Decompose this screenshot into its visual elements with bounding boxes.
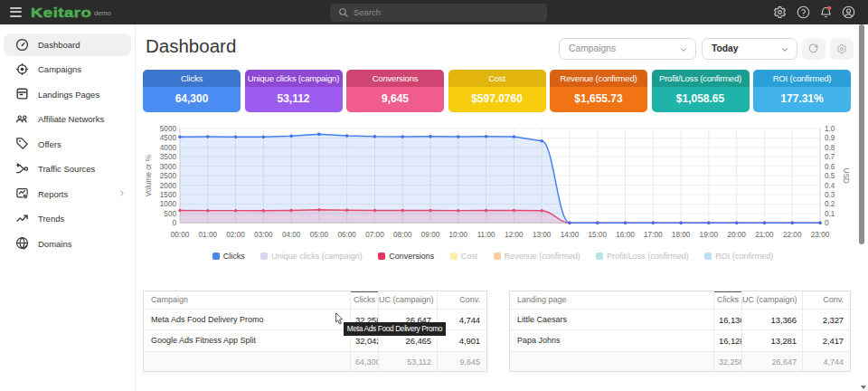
svg-text:01:00: 01:00 [199,231,218,239]
svg-text:10:00: 10:00 [449,231,468,239]
svg-text:0.1: 0.1 [825,210,835,218]
svg-text:2500: 2500 [160,172,177,180]
svg-text:1000: 1000 [160,200,177,208]
svg-text:500: 500 [164,210,176,218]
svg-text:18:00: 18:00 [672,231,691,239]
svg-text:19:00: 19:00 [700,231,719,239]
svg-text:0.4: 0.4 [825,182,835,190]
svg-text:0.7: 0.7 [825,153,835,161]
svg-text:08:00: 08:00 [393,231,412,239]
svg-text:4500: 4500 [160,134,177,142]
svg-text:4000: 4000 [160,144,177,152]
svg-text:0: 0 [825,219,829,227]
svg-text:USD: USD [842,168,850,184]
svg-text:23:00: 23:00 [811,231,830,239]
svg-text:0.9: 0.9 [825,134,835,142]
svg-text:Volume or %: Volume or % [145,155,153,196]
svg-text:1500: 1500 [160,191,177,199]
svg-text:1.0: 1.0 [825,125,835,133]
svg-text:15:00: 15:00 [588,231,607,239]
svg-text:0.3: 0.3 [825,191,835,199]
svg-text:11:00: 11:00 [477,231,495,239]
svg-text:0.2: 0.2 [825,200,835,208]
svg-text:0: 0 [172,219,176,227]
svg-text:04:00: 04:00 [282,231,301,239]
svg-text:17:00: 17:00 [644,231,663,239]
svg-text:5000: 5000 [160,125,177,133]
svg-text:07:00: 07:00 [365,231,384,239]
svg-text:16:00: 16:00 [616,231,635,239]
svg-text:12:00: 12:00 [505,231,524,239]
svg-text:20:00: 20:00 [727,231,746,239]
svg-text:3000: 3000 [160,163,177,171]
svg-text:09:00: 09:00 [421,231,440,239]
svg-text:03:00: 03:00 [254,231,273,239]
svg-text:06:00: 06:00 [337,231,356,239]
svg-text:0.6: 0.6 [825,163,835,171]
svg-text:00:00: 00:00 [171,231,190,239]
svg-text:13:00: 13:00 [533,231,552,239]
svg-text:05:00: 05:00 [310,231,329,239]
svg-text:0.8: 0.8 [825,144,835,152]
svg-text:14:00: 14:00 [561,231,580,239]
svg-text:21:00: 21:00 [755,231,774,239]
svg-text:02:00: 02:00 [226,231,245,239]
svg-text:3500: 3500 [160,153,177,161]
svg-text:2000: 2000 [160,182,177,190]
svg-text:22:00: 22:00 [783,231,802,239]
svg-text:0.5: 0.5 [825,172,835,180]
